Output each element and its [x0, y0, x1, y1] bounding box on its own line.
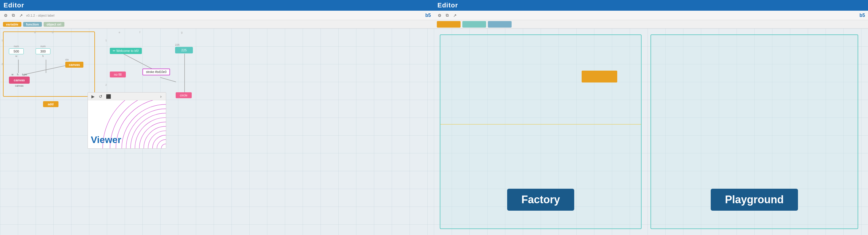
viewer-label: Viewer — [91, 134, 121, 145]
svg-point-9 — [148, 131, 166, 148]
left-editor-panel: Editor ⚙ ⧉ ↗ v0.1.2 - object label b5 va… — [0, 0, 434, 235]
svg-point-11 — [139, 122, 166, 148]
share-icon[interactable]: ↗ — [19, 13, 24, 18]
factory-yellow-rect — [582, 71, 617, 82]
svg-point-16 — [116, 100, 166, 148]
canvas-node-label: whtype — [11, 73, 27, 76]
grid-label-b: b — [52, 31, 54, 34]
left-editor-header: Editor — [0, 0, 434, 11]
svg-point-13 — [131, 113, 166, 148]
welcome-node: ✏ Welcome to b5! — [110, 48, 142, 54]
viewer-refresh-icon[interactable]: ↺ — [98, 94, 103, 99]
grid-label-r2: 2 — [105, 83, 107, 86]
stroke-box[interactable]: stroke #bd10e0 — [143, 69, 170, 75]
grid-label-2: 2 — [1, 63, 3, 66]
breadcrumb: v0.1.2 - object label — [26, 14, 423, 17]
circle-box[interactable]: circle — [176, 92, 192, 98]
viewer-canvas: Viewer — [88, 100, 166, 148]
svg-point-6 — [161, 144, 166, 148]
ctx-box[interactable]: canvas — [65, 62, 83, 68]
grid-label-r1: 1 — [105, 39, 107, 42]
nofill-box[interactable]: no fill — [110, 71, 126, 77]
welcome-text: ✏ Welcome to b5! — [113, 49, 139, 53]
copy-icon[interactable]: ⧉ — [11, 13, 16, 18]
left-tag-bar: variable function object ori — [0, 20, 434, 29]
right-toolbar: ⚙ ⧉ ↗ b5 — [434, 11, 868, 20]
tag-object[interactable]: object ori — [43, 22, 64, 27]
viewer-play-icon[interactable]: ▶ — [90, 94, 96, 99]
grid-label-e: e — [119, 31, 120, 34]
viewer-arrow-icon[interactable]: › — [158, 94, 163, 99]
right-editor-panel: Editor ⚙ ⧉ ↗ b5 Factory Playground — [434, 0, 868, 235]
viewer-camera-icon[interactable]: ⬛ — [106, 94, 111, 99]
playground-pane: Playground — [650, 34, 858, 229]
viewer-panel: ▶ ↺ ⬛ › — [88, 92, 166, 149]
tag-function[interactable]: function — [23, 22, 42, 27]
left-canvas-area: a b 1 2 num 500 w num 300 h ctx canvas w… — [0, 29, 434, 235]
node-500-sublabel: w — [16, 55, 18, 58]
node-300-label: num — [40, 45, 46, 48]
node-225-box[interactable]: 225 — [175, 47, 193, 54]
left-editor-title: Editor — [4, 1, 24, 9]
welcome-box[interactable]: ✏ Welcome to b5! — [110, 48, 142, 54]
right-share-icon[interactable]: ↗ — [452, 13, 458, 18]
factory-pane: Factory — [440, 34, 642, 229]
node-225-label: 225 — [175, 43, 193, 46]
right-copy-icon[interactable]: ⧉ — [444, 13, 450, 18]
stroke-node: stroke #bd10e0 — [143, 69, 170, 75]
grid-label-f: f — [140, 31, 141, 34]
node-225: 225 225 — [175, 43, 193, 54]
playground-label-button[interactable]: Playground — [711, 189, 798, 211]
grid-label-1: 1 — [1, 39, 3, 42]
node-300-box[interactable]: 300 — [36, 48, 51, 54]
circle-node: circle — [176, 92, 192, 98]
node-500: num 500 w — [9, 45, 24, 58]
node-300: num 300 h — [36, 45, 51, 58]
right-tag-yellow[interactable] — [437, 21, 461, 28]
svg-point-8 — [153, 135, 166, 148]
right-tag-bar — [434, 20, 868, 29]
nofill-node: no fill — [110, 71, 126, 77]
right-tag-blue[interactable] — [488, 21, 512, 28]
svg-line-5 — [160, 77, 176, 82]
grid-label-a: a — [34, 31, 36, 34]
canvas-node-box[interactable]: canvas — [9, 76, 30, 84]
node-500-label: num — [14, 45, 19, 48]
settings-icon[interactable]: ⚙ — [3, 13, 8, 18]
canvas-node: whtype canvas canvas — [9, 73, 30, 87]
ctx-label-top: ctx — [65, 58, 83, 61]
svg-point-14 — [126, 109, 166, 148]
right-settings-icon[interactable]: ⚙ — [437, 13, 442, 18]
factory-hline — [440, 124, 641, 125]
right-editor-title: Editor — [437, 1, 458, 9]
grid-label-g: g — [181, 31, 183, 34]
right-canvas-area: Factory Playground — [434, 29, 868, 235]
b5-logo-right: b5 — [859, 13, 865, 18]
add-button[interactable]: add — [43, 101, 58, 107]
ctx-node: ctx canvas — [65, 58, 83, 68]
right-editor-header: Editor — [434, 0, 868, 11]
viewer-toolbar: ▶ ↺ ⬛ › — [88, 93, 166, 100]
right-tag-teal[interactable] — [462, 21, 486, 28]
b5-logo-left: b5 — [425, 13, 431, 18]
factory-label-button[interactable]: Factory — [507, 189, 574, 211]
svg-point-15 — [122, 104, 166, 148]
tag-variable[interactable]: variable — [3, 22, 21, 27]
node-300-sublabel: h — [42, 55, 43, 58]
node-500-box[interactable]: 500 — [9, 48, 24, 54]
left-toolbar: ⚙ ⧉ ↗ v0.1.2 - object label b5 — [0, 11, 434, 20]
canvas-node-sublabel: canvas — [15, 84, 24, 87]
